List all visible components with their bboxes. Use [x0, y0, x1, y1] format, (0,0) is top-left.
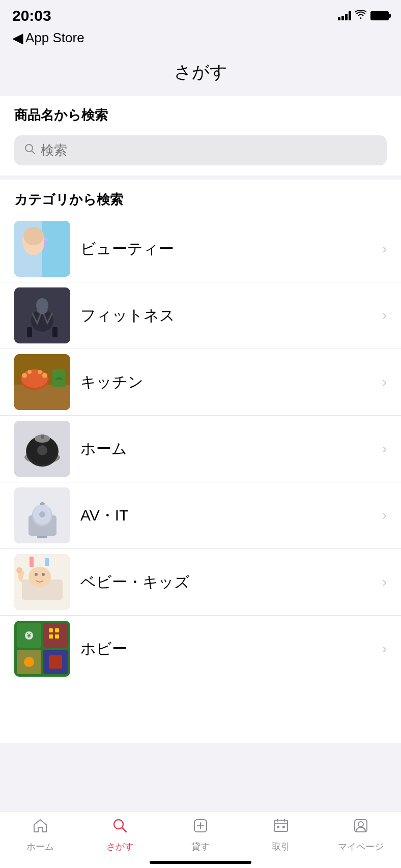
- tab-mypage[interactable]: マイページ: [321, 818, 401, 853]
- svg-rect-27: [41, 435, 44, 439]
- category-thumb-hobby: ¥: [14, 621, 70, 677]
- svg-rect-58: [274, 820, 288, 831]
- search-container: [0, 129, 401, 176]
- chevron-right-hobby-icon: ›: [382, 641, 387, 657]
- category-item-baby[interactable]: ベビー・キッズ ›: [0, 549, 401, 616]
- category-thumb-beauty: [14, 221, 70, 277]
- tab-bar: ホーム さがす 貸す 取引: [0, 811, 401, 868]
- category-section: カテゴリから検索 ビューティー ›: [0, 180, 401, 682]
- category-item-beauty[interactable]: ビューティー ›: [0, 216, 401, 282]
- svg-point-19: [38, 370, 42, 374]
- status-bar: 20:03: [0, 0, 401, 27]
- svg-point-54: [24, 657, 34, 667]
- chevron-right-fitness-icon: ›: [382, 307, 387, 324]
- tab-rent[interactable]: 貸す: [160, 818, 241, 853]
- category-thumb-avit: [14, 487, 70, 543]
- tab-home[interactable]: ホーム: [0, 818, 80, 853]
- category-label-kitchen: キッチン: [70, 372, 382, 393]
- tab-home-label: ホーム: [26, 841, 54, 853]
- svg-rect-52: [49, 634, 53, 639]
- search-section-title: 商品名から検索: [14, 107, 108, 123]
- chevron-right-kitchen-icon: ›: [382, 374, 387, 390]
- rent-tab-icon: [192, 818, 209, 838]
- svg-rect-60: [282, 826, 285, 828]
- svg-rect-9: [27, 327, 32, 337]
- svg-rect-51: [55, 628, 59, 632]
- svg-point-11: [36, 298, 48, 312]
- signal-icon: [338, 11, 351, 20]
- category-label-baby: ベビー・キッズ: [70, 572, 382, 593]
- svg-rect-55: [49, 655, 62, 669]
- category-item-avit[interactable]: AV・IT ›: [0, 482, 401, 549]
- status-time: 20:03: [12, 7, 51, 24]
- chevron-right-home-icon: ›: [382, 441, 387, 457]
- chevron-right-baby-icon: ›: [382, 574, 387, 590]
- page-title: さがす: [12, 61, 389, 84]
- tab-rent-label: 貸す: [191, 841, 210, 853]
- svg-point-40: [16, 567, 22, 573]
- chevron-right-beauty-icon: ›: [382, 241, 387, 257]
- svg-point-32: [39, 511, 45, 517]
- home-tab-icon: [32, 818, 48, 838]
- category-list: ビューティー › フィットネス ›: [0, 216, 401, 682]
- tab-trade[interactable]: 取引: [241, 818, 321, 853]
- search-icon: [24, 143, 36, 158]
- svg-rect-10: [52, 327, 58, 337]
- svg-point-4: [23, 227, 44, 245]
- category-thumb-kitchen: [14, 354, 70, 410]
- wifi-icon: [355, 10, 366, 22]
- svg-point-25: [37, 445, 47, 455]
- svg-rect-6: [44, 240, 45, 250]
- chevron-right-avit-icon: ›: [382, 507, 387, 524]
- search-bar[interactable]: [14, 135, 387, 165]
- tab-trade-label: 取引: [272, 841, 290, 853]
- svg-point-16: [22, 373, 27, 378]
- svg-rect-33: [37, 536, 47, 538]
- search-section-header: 商品名から検索: [0, 96, 401, 129]
- category-thumb-home: [14, 421, 70, 477]
- tab-search-label: さがす: [106, 841, 134, 853]
- svg-point-38: [35, 573, 38, 576]
- category-thumb-baby: [14, 554, 70, 610]
- svg-rect-53: [55, 634, 59, 639]
- category-item-hobby[interactable]: ¥ ホビー ›: [0, 616, 401, 682]
- trade-tab-icon: [273, 818, 289, 838]
- svg-point-39: [42, 573, 45, 576]
- category-section-title: カテゴリから検索: [14, 192, 123, 207]
- svg-rect-42: [45, 558, 49, 566]
- category-item-kitchen[interactable]: キッチン ›: [0, 349, 401, 416]
- category-label-fitness: フィットネス: [70, 305, 382, 326]
- back-chevron-icon: ◀: [12, 30, 23, 46]
- mypage-tab-icon: [353, 818, 369, 838]
- category-label-home: ホーム: [70, 439, 382, 459]
- svg-text:¥: ¥: [26, 631, 31, 640]
- svg-point-15: [21, 369, 48, 388]
- nav-back-area: ◀ App Store: [0, 27, 401, 51]
- tab-search[interactable]: さがす: [80, 818, 161, 853]
- svg-point-34: [40, 502, 45, 505]
- back-label: App Store: [25, 30, 84, 46]
- svg-rect-13: [14, 385, 70, 410]
- page-title-container: さがす: [0, 51, 401, 96]
- home-indicator: [150, 861, 251, 864]
- svg-point-18: [27, 370, 32, 374]
- section-divider: [0, 176, 401, 180]
- app-store-back-button[interactable]: ◀ App Store: [12, 30, 84, 46]
- category-label-hobby: ホビー: [70, 639, 382, 659]
- main-content: 商品名から検索 カテゴリから検索: [0, 96, 401, 743]
- category-item-fitness[interactable]: フィットネス ›: [0, 282, 401, 349]
- svg-point-17: [42, 373, 47, 378]
- svg-rect-41: [30, 557, 34, 567]
- tab-mypage-label: マイページ: [338, 841, 384, 853]
- category-label-avit: AV・IT: [70, 505, 382, 526]
- svg-point-37: [28, 567, 51, 587]
- search-tab-icon: [112, 818, 128, 838]
- svg-rect-59: [277, 826, 279, 828]
- status-icons: [338, 10, 389, 22]
- category-section-header: カテゴリから検索: [0, 180, 401, 216]
- search-input[interactable]: [41, 142, 377, 158]
- battery-icon: [370, 11, 389, 20]
- svg-rect-50: [49, 628, 53, 632]
- category-item-home[interactable]: ホーム ›: [0, 416, 401, 482]
- category-label-beauty: ビューティー: [70, 239, 382, 259]
